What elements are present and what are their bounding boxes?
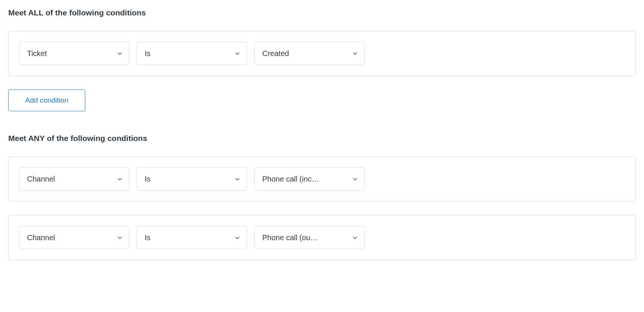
condition-row: Ticket Is Created	[8, 31, 636, 76]
chevron-down-icon	[352, 50, 358, 56]
condition-operator-select[interactable]: Is	[137, 167, 247, 191]
condition-field-select[interactable]: Channel	[19, 226, 129, 249]
chevron-down-icon	[352, 235, 358, 241]
select-value: Is	[145, 175, 231, 183]
condition-row: Channel Is Phone call (inc…	[8, 156, 636, 201]
select-value: Created	[262, 49, 349, 58]
chevron-down-icon	[117, 50, 123, 56]
any-conditions-section: Meet ANY of the following conditions Cha…	[8, 134, 636, 260]
condition-field-select[interactable]: Ticket	[19, 42, 129, 65]
chevron-down-icon	[352, 176, 358, 182]
chevron-down-icon	[117, 235, 123, 241]
select-value: Phone call (inc…	[262, 175, 349, 183]
condition-value-select[interactable]: Phone call (inc…	[254, 167, 364, 191]
chevron-down-icon	[234, 176, 240, 182]
all-conditions-heading: Meet ALL of the following conditions	[8, 8, 636, 17]
select-value: Channel	[27, 233, 114, 242]
condition-value-select[interactable]: Created	[254, 42, 364, 65]
condition-operator-select[interactable]: Is	[137, 226, 247, 249]
add-condition-button[interactable]: Add condition	[8, 89, 85, 111]
any-conditions-heading: Meet ANY of the following conditions	[8, 134, 636, 143]
condition-operator-select[interactable]: Is	[137, 42, 247, 65]
chevron-down-icon	[117, 176, 123, 182]
all-conditions-section: Meet ALL of the following conditions Tic…	[8, 8, 636, 111]
select-value: Channel	[27, 175, 114, 183]
select-value: Phone call (ou…	[262, 233, 349, 242]
condition-value-select[interactable]: Phone call (ou…	[254, 226, 364, 249]
select-value: Ticket	[27, 49, 114, 58]
select-value: Is	[145, 49, 231, 58]
chevron-down-icon	[234, 235, 240, 241]
condition-row: Channel Is Phone call (ou…	[8, 215, 636, 260]
condition-field-select[interactable]: Channel	[19, 167, 129, 191]
select-value: Is	[145, 233, 231, 242]
chevron-down-icon	[234, 50, 240, 56]
